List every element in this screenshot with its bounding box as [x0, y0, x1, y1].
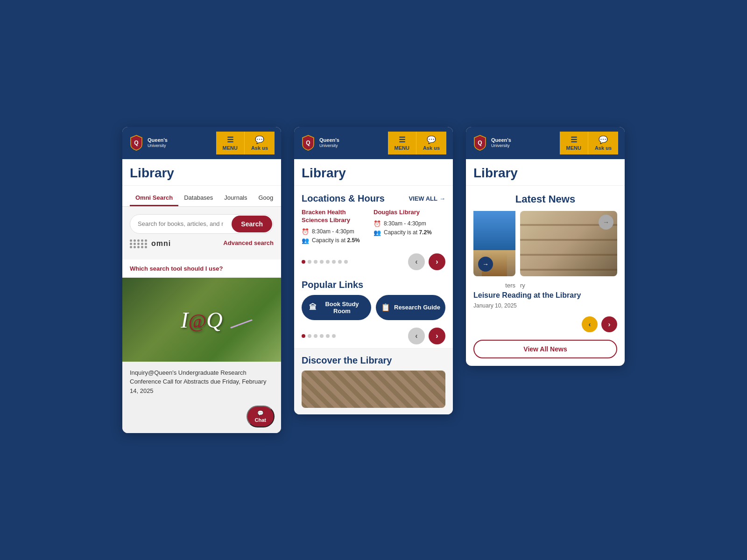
- askus-label-2: Ask us: [423, 145, 440, 151]
- news-article-content: Leisure Reading at the Library January 1…: [466, 291, 625, 315]
- news-arrow-1[interactable]: →: [478, 257, 493, 272]
- askus-button-2[interactable]: 💬 Ask us: [416, 132, 446, 154]
- location-douglas: Douglas Library ⏰ 8:30am - 4:30pm 👥 Capa…: [374, 209, 445, 246]
- popular-dot-1: [302, 334, 305, 338]
- research-guide-label: Research Guide: [394, 304, 440, 311]
- popular-dot-4: [320, 334, 324, 338]
- news-date: January 10, 2025: [473, 302, 617, 309]
- locations-next-btn[interactable]: ›: [429, 253, 445, 270]
- queens-shield-icon: Q: [129, 134, 144, 151]
- location-bracken: Bracken Health Sciences Library ⏰ 8:30am…: [302, 209, 374, 246]
- douglas-hours: ⏰ 8:30am - 4:30pm: [374, 220, 445, 227]
- askus-button-1[interactable]: 💬 Ask us: [245, 132, 275, 154]
- bracken-hours-text: 8:30am - 4:30pm: [312, 228, 354, 235]
- research-guide-button[interactable]: 📋 Research Guide: [376, 295, 445, 320]
- queens-logo-3: Q Queen's University: [472, 134, 511, 151]
- popular-links-title: Popular Links: [294, 274, 453, 295]
- menu-label-1: MENU: [223, 145, 238, 151]
- askus-button-3[interactable]: 💬 Ask us: [588, 132, 618, 154]
- tab-databases[interactable]: Databases: [178, 190, 218, 206]
- menu-button-2[interactable]: ☰ MENU: [388, 132, 416, 154]
- library-title-bar-3: Library: [466, 159, 625, 186]
- omni-dots-icon: [130, 239, 148, 248]
- header-1: Q Queen's University ☰ MENU 💬 Ask us: [122, 127, 281, 159]
- bracken-name: Bracken Health Sciences Library: [302, 209, 374, 224]
- svg-text:Q: Q: [306, 140, 310, 146]
- library-title-2: Library: [302, 166, 445, 181]
- omni-label: omni: [151, 239, 171, 248]
- book-room-icon: 🏛: [309, 303, 317, 312]
- locations-dots: [302, 260, 348, 264]
- news-nav-buttons: ‹ ›: [582, 316, 617, 332]
- which-tool-link[interactable]: Which search tool should I use?: [122, 259, 281, 278]
- locations-header: Locations & Hours VIEW ALL →: [294, 186, 453, 209]
- locations-carousel-controls: ‹ ›: [294, 252, 453, 274]
- queens-logo-2: Q Queen's University: [301, 134, 339, 151]
- bracken-capacity-text: Capacity is at 2.5%: [312, 237, 360, 244]
- queens-sub-2: University: [319, 143, 339, 148]
- news-prev-btn[interactable]: ‹: [582, 316, 598, 332]
- chat-icon-3: 💬: [599, 135, 608, 144]
- research-icon: 📋: [381, 303, 390, 312]
- popular-prev-btn[interactable]: ‹: [408, 328, 425, 344]
- queens-name-1: Queen's: [148, 137, 168, 143]
- locations-prev-btn[interactable]: ‹: [408, 253, 425, 270]
- screen-3: Q Queen's University ☰ MENU 💬 Ask us: [466, 127, 625, 366]
- search-button[interactable]: Search: [232, 216, 272, 232]
- popular-links-carousel-controls: ‹ ›: [294, 326, 453, 348]
- view-all-news-button[interactable]: View All News: [473, 340, 617, 358]
- book-study-room-button[interactable]: 🏛 Book Study Room: [302, 295, 371, 320]
- menu-label-3: MENU: [566, 145, 581, 151]
- queens-logo-1: Q Queen's University: [129, 134, 168, 151]
- view-all-locations-link[interactable]: VIEW ALL →: [409, 195, 445, 202]
- chat-button[interactable]: 💬 Chat: [247, 406, 275, 427]
- queens-name-2: Queen's: [319, 137, 339, 143]
- news-carousel-row: ‹ ›: [466, 315, 625, 338]
- partial-label-2: ry: [520, 282, 617, 289]
- carousel-nav: ‹ ›: [408, 253, 445, 270]
- popular-dot-2: [308, 334, 311, 338]
- partial-news-labels: ters ry: [466, 282, 625, 291]
- queens-sub-3: University: [491, 143, 511, 148]
- menu-icon-2: ☰: [399, 135, 405, 144]
- locations-title: Locations & Hours: [302, 193, 385, 204]
- menu-button-3[interactable]: ☰ MENU: [560, 132, 588, 154]
- news-arrow-right[interactable]: →: [599, 215, 613, 230]
- library-title-bar-2: Library: [294, 159, 453, 186]
- svg-text:Q: Q: [134, 140, 138, 146]
- partial-label-1: ters: [473, 282, 515, 289]
- news-card-container: Inquiry@Queen's Undergraduate Research C…: [122, 362, 281, 434]
- douglas-capacity-text: Capacity is at 7.2%: [384, 229, 432, 236]
- omni-logo: omni: [130, 236, 171, 250]
- library-title-bar-1: Library: [122, 159, 281, 186]
- hero-logo-text: I@Q: [181, 306, 222, 333]
- omni-row: omni Advanced search: [130, 234, 274, 252]
- askus-label-3: Ask us: [595, 145, 612, 151]
- popular-dot-3: [314, 334, 317, 338]
- news-images-row: → →: [466, 211, 625, 276]
- queens-name-3: Queen's: [491, 137, 511, 143]
- news-article-title: Leisure Reading at the Library: [473, 291, 617, 301]
- clock-icon-2: ⏰: [374, 220, 381, 227]
- locations-grid: Bracken Health Sciences Library ⏰ 8:30am…: [294, 209, 453, 252]
- tab-google[interactable]: Google S: [253, 190, 274, 206]
- advanced-search-link[interactable]: Advanced search: [223, 238, 274, 248]
- menu-button-1[interactable]: ☰ MENU: [216, 132, 245, 154]
- dot-7: [338, 260, 342, 264]
- dot-5: [326, 260, 330, 264]
- search-input[interactable]: [130, 216, 231, 232]
- askus-label-1: Ask us: [251, 145, 268, 151]
- tab-omni-search[interactable]: Omni Search: [130, 190, 178, 206]
- popular-next-btn[interactable]: ›: [429, 328, 445, 344]
- chat-icon: 💬: [257, 410, 264, 416]
- chat-icon-1: 💬: [255, 135, 264, 144]
- menu-icon-3: ☰: [571, 135, 577, 144]
- popular-dots: [302, 334, 336, 338]
- chat-icon-2: 💬: [427, 135, 436, 144]
- discover-title: Discover the Library: [302, 355, 445, 366]
- news-image-library: →: [520, 211, 617, 276]
- dot-1: [302, 260, 305, 264]
- tab-journals[interactable]: Journals: [218, 190, 253, 206]
- news-next-btn[interactable]: ›: [601, 316, 617, 332]
- library-title-3: Library: [473, 166, 617, 181]
